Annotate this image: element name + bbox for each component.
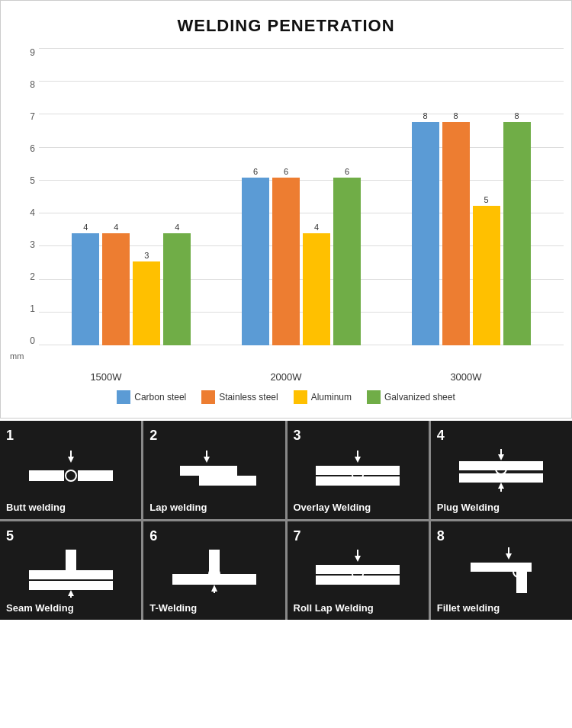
y-tick-0: 0 [30, 336, 35, 345]
weld-cell-7: 7 Roll Lap Welding [288, 521, 429, 620]
bar-label-2-3: 8 [515, 111, 519, 120]
legend-item-3: Galvanized sheet [367, 390, 455, 404]
weld-name-7: Roll Lap Welding [294, 602, 374, 614]
weld-number-1: 1 [6, 428, 14, 442]
chart-area: 0123456789 mm 443466468858 [8, 48, 564, 368]
weld-number-8: 8 [437, 529, 445, 543]
weld-name-4: Plug Welding [437, 502, 500, 513]
weld-name-6: T-Welding [149, 602, 197, 614]
bar-wrap-1-3: 6 [333, 167, 361, 345]
weld-number-5: 5 [6, 529, 14, 543]
weld-cell-4: 4 Plug Welding [431, 421, 572, 519]
bar-wrap-0-2: 3 [133, 251, 160, 345]
bar-wrap-0-3: 4 [163, 223, 191, 345]
bar-0-2 [133, 261, 160, 345]
svg-marker-33 [355, 556, 361, 562]
bar-1-2 [303, 233, 330, 345]
weld-diagram-5 [6, 546, 135, 599]
bars-0: 4434 [72, 223, 191, 345]
x-label-3000: 3000W [376, 371, 556, 383]
legend-swatch-2 [294, 390, 307, 404]
svg-marker-26 [68, 590, 74, 596]
svg-marker-31 [211, 585, 217, 592]
y-tick-3: 3 [30, 240, 35, 249]
chart-section: WELDING PENETRATION 0123456789 mm 443466… [0, 0, 572, 419]
svg-rect-17 [459, 461, 543, 470]
weld-name-8: Fillet welding [437, 602, 500, 614]
svg-rect-23 [29, 570, 113, 579]
svg-marker-1 [68, 457, 74, 463]
legend: Carbon steelStainless steelAluminumGalva… [8, 390, 564, 410]
weld-number-3: 3 [294, 428, 301, 442]
bar-label-0-0: 4 [83, 223, 88, 232]
bar-label-1-1: 6 [284, 167, 288, 176]
x-labels: 1500W 2000W 3000W [8, 368, 564, 383]
bar-wrap-2-3: 8 [503, 111, 531, 345]
bar-1-3 [333, 178, 361, 345]
x-label-1500: 1500W [16, 371, 196, 383]
y-tick-2: 2 [30, 272, 35, 281]
x-label-2000: 2000W [196, 371, 376, 383]
bars-1: 6646 [242, 167, 361, 345]
svg-marker-11 [355, 457, 361, 463]
weld-diagram-8 [437, 546, 566, 599]
y-tick-8: 8 [30, 80, 35, 89]
bar-2-2 [473, 206, 500, 345]
legend-item-1: Stainless steel [201, 390, 278, 404]
y-tick-9: 9 [30, 48, 35, 57]
weld-name-3: Overlay Welding [294, 502, 371, 513]
bar-1-1 [272, 178, 300, 345]
svg-marker-6 [204, 457, 210, 463]
legend-swatch-3 [367, 390, 381, 404]
bar-wrap-2-0: 8 [412, 111, 439, 345]
svg-marker-21 [498, 483, 504, 489]
bar-label-1-0: 6 [253, 167, 258, 176]
bar-0-0 [72, 233, 99, 345]
bar-2-3 [503, 122, 531, 345]
bar-wrap-1-1: 6 [272, 167, 300, 345]
bar-0-3 [163, 233, 191, 345]
legend-item-0: Carbon steel [117, 390, 186, 404]
y-tick-5: 5 [30, 176, 35, 185]
bar-label-2-2: 5 [484, 195, 489, 204]
chart-title: WELDING PENETRATION [8, 16, 564, 36]
weld-cell-2: 2 Lap welding [143, 421, 284, 519]
y-axis-label: mm [10, 351, 24, 361]
weld-cell-1: 1 Butt welding [0, 421, 141, 519]
bar-wrap-0-1: 4 [102, 223, 130, 345]
weld-cell-8: 8 Fillet welding [431, 521, 572, 620]
svg-rect-40 [516, 572, 527, 593]
weld-diagram-4 [437, 445, 566, 499]
bar-label-1-2: 4 [314, 223, 319, 232]
weld-diagram-1 [6, 445, 135, 499]
bar-1-0 [242, 178, 269, 345]
bar-group-2: 8858 [412, 111, 531, 345]
legend-swatch-1 [201, 390, 215, 404]
weld-diagram-7 [294, 546, 423, 599]
bar-wrap-1-0: 6 [242, 167, 269, 345]
bar-label-0-1: 4 [114, 223, 118, 232]
y-tick-6: 6 [30, 144, 35, 153]
weld-number-4: 4 [437, 428, 445, 442]
grid-and-bars: 443466468858 [39, 48, 564, 345]
legend-label-2: Aluminum [311, 392, 352, 402]
legend-item-2: Aluminum [294, 390, 352, 404]
svg-rect-2 [29, 470, 64, 481]
svg-rect-24 [29, 581, 113, 590]
bar-label-0-2: 3 [144, 251, 149, 260]
legend-swatch-0 [117, 390, 130, 404]
y-tick-1: 1 [30, 304, 35, 313]
bar-wrap-2-2: 5 [473, 195, 500, 345]
legend-label-0: Carbon steel [134, 392, 186, 402]
weld-number-7: 7 [294, 529, 301, 543]
svg-marker-38 [506, 553, 512, 560]
svg-marker-16 [498, 454, 504, 460]
weld-cell-3: 3 Overlay Welding [288, 421, 429, 519]
weld-diagram-3 [294, 445, 423, 499]
weld-cell-5: 5 Seam Welding [0, 521, 141, 620]
bar-wrap-0-0: 4 [72, 223, 99, 345]
weld-name-2: Lap welding [149, 502, 207, 513]
weld-name-1: Butt welding [6, 502, 66, 513]
bars-2: 8858 [412, 111, 531, 345]
bar-label-2-1: 8 [454, 111, 458, 120]
